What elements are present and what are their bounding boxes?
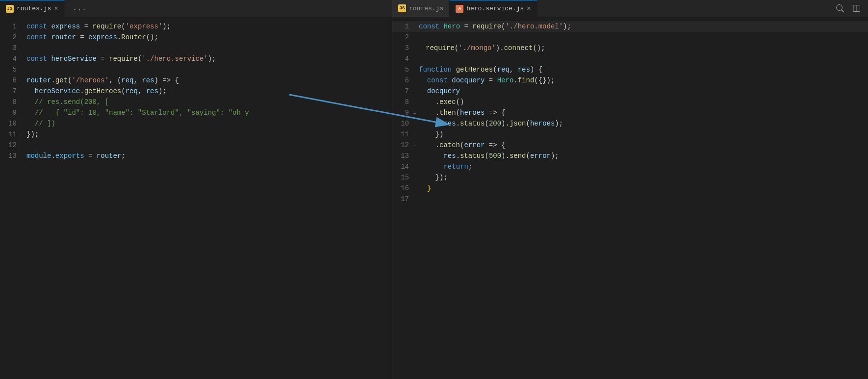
table-row: 16 } xyxy=(392,183,868,194)
table-row: 17 xyxy=(392,194,868,204)
right-tab-close[interactable]: × xyxy=(527,5,531,12)
table-row: 2 const router = express.Router(); xyxy=(0,32,392,43)
table-row: 6 router.get('/heroes', (req, res) => { xyxy=(0,75,392,86)
a-icon-right: A xyxy=(456,5,463,13)
table-row: 13 res.status(500).send(error); xyxy=(392,151,868,161)
table-row: 1 const express = require('express'); xyxy=(0,21,392,32)
right-code-area[interactable]: 1 const Hero = require('./hero.model'); … xyxy=(392,17,868,379)
right-tab-hero-service[interactable]: A hero.service.js × xyxy=(450,0,537,17)
search-icon-button[interactable] xyxy=(833,1,847,16)
table-row: 5 function getHeroes(req, res) { xyxy=(392,64,868,75)
right-tab-hero-label: hero.service.js xyxy=(466,5,524,12)
table-row: 15 }); xyxy=(392,172,868,183)
left-pane: JS routes.js × ... 1 const express = req… xyxy=(0,0,392,379)
more-button[interactable]: ... xyxy=(69,4,91,13)
js-icon-right: JS xyxy=(398,4,406,12)
left-editor-body: 1 const express = require('express'); 2 … xyxy=(0,17,392,379)
table-row: 3 xyxy=(0,43,392,53)
table-row: 5 xyxy=(0,64,392,75)
right-pane: JS routes.js A hero.service.js × xyxy=(392,0,868,379)
split-editor: JS routes.js × ... 1 const express = req… xyxy=(0,0,868,379)
table-row: 7 heroService.getHeroes(req, res); xyxy=(0,86,392,97)
editor-container: JS routes.js × ... 1 const express = req… xyxy=(0,0,868,379)
right-pane-tabs: JS routes.js A hero.service.js × xyxy=(392,0,868,17)
right-tab-routes[interactable]: JS routes.js xyxy=(392,0,450,17)
left-code-area[interactable]: 1 const express = require('express'); 2 … xyxy=(0,17,392,379)
table-row: 10 // ]) xyxy=(0,118,392,129)
left-tab-routes[interactable]: JS routes.js × xyxy=(0,0,65,17)
left-tab-close[interactable]: × xyxy=(54,5,58,12)
right-code-lines: 1 const Hero = require('./hero.model'); … xyxy=(392,17,868,208)
table-row: 3 require('./mongo').connect(); xyxy=(392,43,868,53)
right-editor-body: 1 const Hero = require('./hero.model'); … xyxy=(392,17,868,379)
left-code-lines: 1 const express = require('express'); 2 … xyxy=(0,17,392,165)
table-row: 13 module.exports = router; xyxy=(0,151,392,161)
table-row: 2 xyxy=(392,32,868,43)
table-row: 12 xyxy=(0,140,392,151)
table-row: 10 res.status(200).json(heroes); xyxy=(392,118,868,129)
top-right-icons xyxy=(829,1,868,16)
table-row: 6 const docquery = Hero.find({}); xyxy=(392,75,868,86)
table-row: 11 }) xyxy=(392,129,868,140)
table-row: 1 const Hero = require('./hero.model'); xyxy=(392,21,868,32)
table-row: 12 − .catch(error => { xyxy=(392,140,868,151)
left-tab-label: routes.js xyxy=(17,5,51,12)
right-tab-routes-label: routes.js xyxy=(409,5,443,12)
table-row: 14 return; xyxy=(392,161,868,172)
split-editor-icon-button[interactable] xyxy=(849,1,864,16)
table-row: 4 const heroService = require('./hero.se… xyxy=(0,53,392,64)
table-row: 9 // { "id": 10, "name": "Starlord", "sa… xyxy=(0,107,392,118)
table-row: 8 .exec() xyxy=(392,97,868,107)
table-row: 4 xyxy=(392,53,868,64)
table-row: 11 }); xyxy=(0,129,392,140)
js-icon-left: JS xyxy=(6,5,14,13)
left-pane-tabs: JS routes.js × ... xyxy=(0,0,392,17)
table-row: 9 − .then(heroes => { xyxy=(392,107,868,118)
table-row: 7 − docquery xyxy=(392,86,868,97)
table-row: 8 // res.send(200, [ xyxy=(0,97,392,107)
